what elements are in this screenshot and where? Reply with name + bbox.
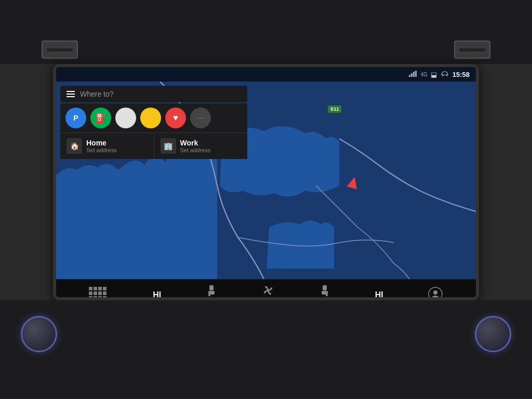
seat-left-control[interactable]: OFF	[206, 284, 217, 300]
dest-home[interactable]: 🏠 Home Set address	[60, 133, 154, 159]
status-icons: 4G ⬓ 15:58	[409, 71, 470, 78]
svg-rect-3	[415, 71, 417, 77]
svg-rect-2	[413, 72, 415, 77]
svg-rect-12	[322, 291, 328, 295]
shortcut-fuel[interactable]: ⛽	[90, 108, 111, 128]
home-label: Home	[86, 139, 117, 147]
home-icon: 🏠	[66, 138, 82, 154]
nav-overlay: Where to? P ⛽ ♥ ··· 🏠 Home	[60, 86, 247, 159]
svg-rect-13	[326, 295, 328, 296]
dial-right[interactable]	[475, 316, 511, 352]
work-label: Work	[180, 139, 211, 147]
lte-label: 4G	[420, 72, 427, 77]
home-sublabel: Set address	[86, 147, 117, 153]
seat-right-control[interactable]: OFF	[320, 284, 330, 300]
shortcut-parking[interactable]: P	[65, 108, 86, 128]
dest-home-text: Home Set address	[86, 139, 117, 153]
profile-icon	[428, 287, 443, 300]
dest-work-text: Work Set address	[180, 139, 211, 153]
screen-bezel: 4G ⬓ 15:58	[53, 64, 479, 300]
highway-marker: E11	[328, 105, 341, 113]
shortcut-row: P ⛽ ♥ ···	[60, 103, 247, 132]
seat-right-icon	[320, 284, 330, 299]
search-bar[interactable]: Where to?	[60, 86, 247, 102]
bluetooth-icon: ⬓	[431, 71, 437, 78]
dashboard-top	[0, 0, 532, 64]
temp-left-value: HI	[153, 290, 161, 300]
svg-rect-8	[208, 291, 215, 295]
signal-icon	[409, 71, 417, 78]
quick-destinations: 🏠 Home Set address 🏢 Work Set address	[60, 132, 247, 159]
shortcut-yellow[interactable]	[140, 108, 161, 128]
svg-rect-9	[208, 295, 210, 296]
svg-rect-7	[209, 285, 214, 290]
fan-icon	[262, 284, 274, 299]
dest-work[interactable]: 🏢 Work Set address	[154, 133, 248, 159]
grid-icon	[89, 287, 108, 300]
svg-point-5	[446, 75, 447, 76]
shortcut-white[interactable]	[115, 108, 136, 128]
seat-left-icon	[206, 284, 217, 299]
svg-rect-0	[409, 75, 410, 77]
svg-rect-11	[323, 285, 327, 290]
bottom-control-bar: HI OFF	[56, 279, 476, 300]
dial-left[interactable]	[21, 316, 57, 352]
temp-right-control[interactable]: HI	[375, 290, 383, 300]
shortcut-heart[interactable]: ♥	[165, 108, 186, 128]
hamburger-menu-icon[interactable]	[66, 91, 75, 97]
profile-button[interactable]	[428, 287, 443, 300]
dashboard-bottom	[0, 300, 532, 399]
grid-menu-button[interactable]	[89, 284, 108, 300]
car-frame: 4G ⬓ 15:58	[0, 0, 532, 399]
car-icon	[440, 71, 449, 78]
fan-control[interactable]: OFF	[262, 284, 274, 300]
temp-left-control[interactable]: HI	[153, 290, 161, 300]
shortcut-more[interactable]: ···	[190, 108, 211, 128]
map-area[interactable]: E11 Where to? P ⛽	[56, 82, 476, 279]
svg-rect-1	[411, 73, 413, 77]
search-placeholder[interactable]: Where to?	[80, 90, 241, 98]
vent-right	[454, 41, 490, 59]
temp-right-value: HI	[375, 290, 383, 300]
status-time: 15:58	[453, 71, 470, 78]
svg-point-10	[267, 289, 270, 292]
status-bar: 4G ⬓ 15:58	[56, 67, 476, 82]
work-icon: 🏢	[161, 138, 176, 154]
vent-left	[42, 41, 78, 59]
work-sublabel: Set address	[180, 147, 211, 153]
svg-point-15	[433, 290, 437, 295]
svg-point-4	[442, 75, 443, 76]
